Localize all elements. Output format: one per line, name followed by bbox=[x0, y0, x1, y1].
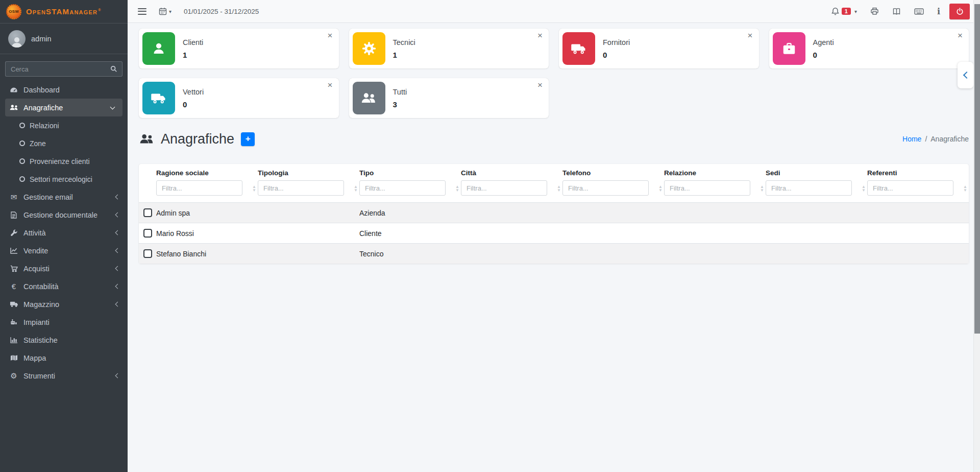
sidebar-item-gestione-email[interactable]: ✉ Gestione email bbox=[0, 188, 128, 206]
sort-icon[interactable]: ▲▼ bbox=[354, 185, 358, 192]
date-range[interactable]: 01/01/2025 - 31/12/2025 bbox=[184, 8, 259, 15]
filter-input-tipologia[interactable] bbox=[258, 180, 344, 196]
close-icon[interactable]: × bbox=[328, 81, 333, 89]
close-icon[interactable]: × bbox=[748, 31, 753, 40]
robot-icon bbox=[8, 319, 19, 325]
chevron-left-icon bbox=[115, 230, 120, 235]
circle-icon bbox=[19, 123, 25, 128]
close-icon[interactable]: × bbox=[958, 31, 963, 40]
filter-input-relazione[interactable] bbox=[664, 180, 750, 196]
sidebar-item-vendite[interactable]: Vendite bbox=[0, 242, 128, 259]
stat-label: Tutti bbox=[393, 88, 407, 96]
add-record-button[interactable]: + bbox=[241, 132, 255, 146]
sidebar-item-strumenti[interactable]: ⚙ Strumenti bbox=[0, 367, 128, 385]
search-input[interactable] bbox=[5, 61, 105, 77]
stat-card-tutti[interactable]: Tutti 3 × bbox=[349, 78, 549, 118]
table-row[interactable]: Mario Rossi Cliente bbox=[139, 223, 969, 243]
scrollbar-track[interactable] bbox=[973, 0, 980, 472]
row-checkbox[interactable] bbox=[143, 229, 152, 238]
stat-card-fornitori[interactable]: Fornitori 0 × bbox=[559, 29, 759, 68]
close-icon[interactable]: × bbox=[328, 31, 333, 40]
sidebar-item-attivita[interactable]: Attività bbox=[0, 224, 128, 242]
stat-value: 0 bbox=[183, 100, 204, 109]
avatar bbox=[8, 30, 26, 48]
brand[interactable]: OSM OpenSTAManager® bbox=[0, 0, 128, 23]
filter-input-tipo[interactable] bbox=[359, 180, 446, 196]
table-row[interactable]: Stefano Bianchi Tecnico bbox=[139, 243, 969, 264]
stat-label: Tecnici bbox=[393, 38, 415, 46]
sidebar-item-settori-merceologici[interactable]: Settori merceologici bbox=[0, 170, 128, 188]
sort-icon[interactable]: ▲▼ bbox=[557, 185, 561, 192]
sidebar-item-contabilita[interactable]: € Contabilità bbox=[0, 277, 128, 295]
column-ragione-sociale: Ragione sociale ▲▼ bbox=[156, 169, 258, 196]
stat-label: Clienti bbox=[183, 38, 203, 46]
stat-card-clienti[interactable]: Clienti 1 × bbox=[139, 29, 339, 68]
brand-name: OpenSTAManager® bbox=[26, 7, 102, 16]
book-icon bbox=[892, 8, 901, 15]
chart-bar-icon bbox=[8, 337, 19, 343]
sort-icon[interactable]: ▲▼ bbox=[963, 185, 967, 192]
scrollbar-thumb[interactable] bbox=[974, 4, 980, 334]
sidebar-item-mappa[interactable]: Mappa bbox=[0, 349, 128, 367]
sort-icon[interactable]: ▲▼ bbox=[862, 185, 866, 192]
truck-icon bbox=[142, 82, 175, 114]
filter-input-telefono[interactable] bbox=[562, 180, 649, 196]
hamburger-icon[interactable] bbox=[138, 8, 146, 15]
filter-input-referenti[interactable] bbox=[867, 180, 953, 196]
logout-button[interactable] bbox=[949, 4, 970, 19]
info-button[interactable]: i bbox=[937, 7, 940, 16]
sidebar-item-acquisti[interactable]: Acquisti bbox=[0, 259, 128, 277]
circle-icon bbox=[19, 158, 25, 164]
row-checkbox[interactable] bbox=[143, 208, 152, 217]
stat-card-vettori[interactable]: Vettori 0 × bbox=[139, 78, 339, 118]
sort-icon[interactable]: ▲▼ bbox=[760, 185, 764, 192]
stat-card-agenti[interactable]: Agenti 0 × bbox=[769, 29, 969, 68]
printer-icon bbox=[870, 7, 879, 15]
print-button[interactable] bbox=[870, 7, 879, 15]
sidebar-search bbox=[5, 61, 122, 77]
user-panel[interactable]: admin bbox=[0, 23, 128, 54]
sidebar-item-dashboard[interactable]: Dashboard bbox=[0, 81, 128, 99]
gear-icon bbox=[353, 32, 385, 65]
sidebar-item-impianti[interactable]: Impianti bbox=[0, 313, 128, 331]
gauge-icon bbox=[8, 86, 19, 93]
stat-label: Vettori bbox=[183, 88, 204, 96]
chevron-left-icon bbox=[115, 213, 120, 218]
search-button[interactable] bbox=[105, 61, 122, 77]
sidebar-item-anagrafiche[interactable]: Anagrafiche bbox=[5, 99, 122, 116]
info-icon: i bbox=[937, 7, 940, 16]
sort-icon[interactable]: ▲▼ bbox=[455, 185, 459, 192]
column-sedi: Sedi ▲▼ bbox=[766, 169, 867, 196]
sidebar-item-relazioni[interactable]: Relazioni bbox=[0, 116, 128, 134]
filter-input-sedi[interactable] bbox=[766, 180, 852, 196]
table-header-row: Ragione sociale ▲▼ Tipologia ▲▼ Tipo ▲▼ … bbox=[139, 164, 969, 202]
stat-card-tecnici[interactable]: Tecnici 1 × bbox=[349, 29, 549, 68]
breadcrumb-home-link[interactable]: Home bbox=[902, 135, 921, 143]
right-panel-toggle[interactable] bbox=[958, 62, 973, 88]
sort-icon[interactable]: ▲▼ bbox=[252, 185, 256, 192]
sort-icon[interactable]: ▲▼ bbox=[658, 185, 663, 192]
sidebar-item-gestione-documentale[interactable]: Gestione documentale bbox=[0, 206, 128, 224]
column-referenti: Referenti ▲▼ bbox=[867, 169, 969, 196]
close-icon[interactable]: × bbox=[537, 81, 543, 89]
notification-badge: 1 bbox=[842, 8, 851, 15]
circle-icon bbox=[19, 140, 25, 146]
sidebar-item-zone[interactable]: Zone bbox=[0, 134, 128, 152]
shortcuts-button[interactable] bbox=[914, 8, 924, 15]
topbar: ▾ 01/01/2025 - 31/12/2025 1 ▾ i bbox=[128, 0, 980, 23]
docs-button[interactable] bbox=[892, 8, 901, 15]
filter-input-ragione-sociale[interactable] bbox=[156, 180, 242, 196]
date-picker-toggle[interactable]: ▾ bbox=[159, 7, 172, 15]
row-checkbox[interactable] bbox=[143, 249, 152, 258]
filter-input-citta[interactable] bbox=[461, 180, 547, 196]
main-content: Clienti 1 × Tecnici 1 × Fornitori 0 × bbox=[128, 23, 980, 472]
briefcase-icon bbox=[773, 32, 805, 65]
map-icon bbox=[8, 355, 19, 361]
plus-icon: + bbox=[246, 134, 251, 144]
table-row[interactable]: Admin spa Azienda bbox=[139, 202, 969, 223]
sidebar-item-magazzino[interactable]: Magazzino bbox=[0, 295, 128, 313]
sidebar-item-provenienze-clienti[interactable]: Provenienze clienti bbox=[0, 152, 128, 170]
notifications-button[interactable]: 1 ▾ bbox=[831, 7, 857, 16]
close-icon[interactable]: × bbox=[537, 31, 543, 40]
sidebar-item-statistiche[interactable]: Statistiche bbox=[0, 331, 128, 349]
